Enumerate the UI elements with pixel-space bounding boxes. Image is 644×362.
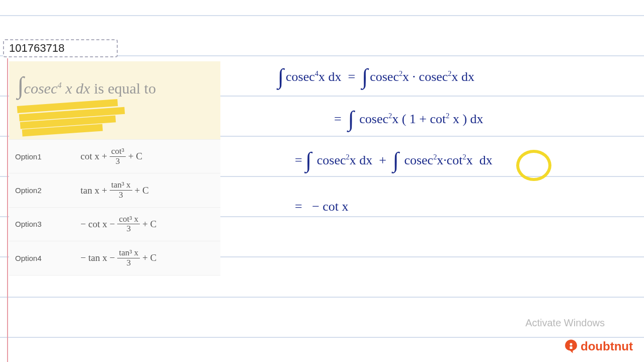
question-id-box: 101763718 [3, 39, 118, 57]
handwriting-line-4: = − cot x [295, 199, 349, 214]
option-2[interactable]: Option2 tan x + tan³ x3 + C [9, 173, 220, 207]
option-4[interactable]: Option4 − tan x − tan³ x3 + C [9, 241, 220, 275]
activate-windows-watermark: Activate Windows [525, 317, 605, 329]
doubtnut-logo: doubtnut [562, 338, 633, 355]
handwriting-line-2: = ∫ cosec2x ( 1 + cot2 x ) dx [334, 112, 484, 127]
logo-icon [562, 338, 580, 355]
handwriting-line-3: = ∫ cosec2x dx + ∫ cosec2x·cot2x dx [295, 153, 493, 168]
option-math: tan x + tan³ x3 + C [80, 180, 149, 200]
option-label: Option4 [15, 254, 80, 262]
logo-text: doubtnut [581, 339, 633, 353]
option-label: Option1 [15, 152, 80, 161]
option-3[interactable]: Option3 − cot x − cot³ x3 + C [9, 208, 220, 241]
margin-line [7, 58, 8, 362]
svg-rect-1 [570, 346, 572, 349]
option-math: − cot x − cot³ x3 + C [80, 215, 156, 234]
yellow-circle-annotation [516, 150, 551, 181]
question-box: ∫cosec4 x dx is equal to [9, 61, 220, 140]
question-panel: ∫cosec4 x dx is equal to Option1 cot x +… [9, 61, 220, 276]
option-1[interactable]: Option1 cot x + cot³3 + C [9, 140, 220, 173]
option-math: − tan x − tan³ x3 + C [80, 248, 156, 267]
handwriting-line-1: ∫cosec4x dx = ∫cosec2x · cosec2x dx [278, 69, 474, 84]
svg-point-0 [570, 343, 572, 345]
question-text: ∫cosec4 x dx is equal to [17, 80, 155, 97]
option-math: cot x + cot³3 + C [80, 147, 142, 166]
option-label: Option3 [15, 220, 80, 228]
option-label: Option2 [15, 186, 80, 195]
options-list: Option1 cot x + cot³3 + C Option2 tan x … [9, 140, 220, 276]
